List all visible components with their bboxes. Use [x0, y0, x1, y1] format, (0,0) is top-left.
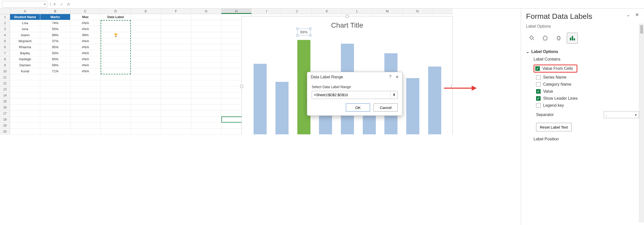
- col-header[interactable]: K: [312, 9, 342, 14]
- cell-student[interactable]: Damien: [10, 62, 40, 68]
- row-header[interactable]: 18: [0, 117, 10, 123]
- cell[interactable]: [131, 62, 161, 68]
- header-cell[interactable]: Student Name: [10, 14, 40, 20]
- cell-marks[interactable]: 55%: [40, 26, 70, 32]
- cell[interactable]: [10, 92, 40, 98]
- row-header[interactable]: 13: [0, 86, 10, 92]
- cell-label[interactable]: [101, 68, 131, 74]
- cell[interactable]: [40, 74, 70, 80]
- cell[interactable]: [131, 68, 161, 74]
- cell-marks[interactable]: 95%: [40, 44, 70, 50]
- cell[interactable]: [161, 74, 191, 80]
- cell[interactable]: [40, 123, 70, 129]
- row-header[interactable]: 17: [0, 110, 10, 117]
- cell-label[interactable]: [101, 20, 131, 26]
- cell[interactable]: [131, 56, 161, 62]
- cell[interactable]: [161, 56, 191, 62]
- cell-student[interactable]: Wojciech: [10, 38, 40, 44]
- selection-handle[interactable]: [309, 28, 311, 30]
- resize-handle[interactable]: [346, 15, 349, 18]
- cell[interactable]: [101, 123, 131, 129]
- cell[interactable]: [131, 38, 161, 44]
- effects-tab[interactable]: [540, 33, 551, 44]
- cell[interactable]: [191, 117, 221, 123]
- selection-handle[interactable]: [309, 34, 311, 36]
- cell[interactable]: [191, 26, 221, 32]
- section-toggle[interactable]: ⌄ Label Options: [526, 49, 639, 54]
- row-header[interactable]: 16: [0, 104, 10, 110]
- col-header[interactable]: N: [403, 9, 433, 14]
- cell[interactable]: [161, 14, 191, 20]
- col-header[interactable]: J: [282, 9, 312, 14]
- chart-bar[interactable]: [428, 67, 441, 134]
- cell[interactable]: [70, 98, 101, 104]
- cell[interactable]: [101, 117, 131, 123]
- cell[interactable]: [70, 129, 101, 135]
- cell-marks[interactable]: 71%: [40, 68, 70, 74]
- panel-subtitle[interactable]: Label Options: [526, 24, 639, 29]
- cell[interactable]: [191, 32, 221, 38]
- col-header[interactable]: M: [372, 9, 403, 14]
- col-header[interactable]: C: [70, 9, 101, 14]
- cell[interactable]: [161, 62, 191, 68]
- cell[interactable]: [131, 104, 161, 110]
- cell[interactable]: [101, 110, 131, 117]
- header-cell[interactable]: Marks: [40, 14, 70, 20]
- cancel-formula-icon[interactable]: ✕: [52, 2, 57, 7]
- cell[interactable]: [161, 32, 191, 38]
- cell[interactable]: [101, 92, 131, 98]
- cell-label[interactable]: [101, 62, 131, 68]
- value-checkbox[interactable]: [536, 89, 541, 94]
- cell-student[interactable]: Bayley: [10, 50, 40, 56]
- cell[interactable]: [191, 123, 221, 129]
- accept-formula-icon[interactable]: ✓: [59, 2, 64, 7]
- cell[interactable]: [70, 104, 101, 110]
- cell-label[interactable]: [101, 26, 131, 32]
- separator-dropdown[interactable]: , ▾: [604, 111, 639, 118]
- cell-max[interactable]: #N/A: [70, 56, 101, 62]
- cell-student[interactable]: Harleigh: [10, 56, 40, 62]
- cell[interactable]: [10, 123, 40, 129]
- row-header[interactable]: 6: [0, 44, 10, 50]
- cell-label[interactable]: [101, 56, 131, 62]
- cell[interactable]: [101, 80, 131, 86]
- chart-bar[interactable]: [406, 78, 419, 134]
- col-header[interactable]: L: [342, 9, 372, 14]
- header-cell[interactable]: Data Label: [101, 14, 131, 20]
- cell[interactable]: [101, 98, 131, 104]
- cell[interactable]: [161, 44, 191, 50]
- help-icon[interactable]: ?: [389, 75, 391, 79]
- cell[interactable]: [131, 32, 161, 38]
- cell[interactable]: [70, 110, 101, 117]
- range-input[interactable]: [312, 93, 390, 97]
- cell-marks[interactable]: 59%: [40, 62, 70, 68]
- cell[interactable]: [131, 14, 161, 20]
- cell[interactable]: [161, 92, 191, 98]
- cell[interactable]: [191, 129, 221, 135]
- cell[interactable]: [161, 50, 191, 56]
- cell[interactable]: [161, 117, 191, 123]
- cell-label[interactable]: [101, 38, 131, 44]
- cell[interactable]: [10, 80, 40, 86]
- row-header[interactable]: 11: [0, 74, 10, 80]
- cell[interactable]: [10, 110, 40, 117]
- close-icon[interactable]: ✕: [635, 12, 639, 18]
- cell[interactable]: [40, 80, 70, 86]
- cell[interactable]: [101, 129, 131, 135]
- cell[interactable]: [131, 117, 161, 123]
- cell[interactable]: [161, 80, 191, 86]
- col-header[interactable]: H: [221, 9, 252, 14]
- category-name-checkbox[interactable]: [536, 82, 541, 87]
- row-header[interactable]: 14: [0, 92, 10, 98]
- chevron-down-icon[interactable]: ⌄: [626, 12, 630, 18]
- cell[interactable]: [70, 86, 101, 92]
- cell-student[interactable]: Iona: [10, 26, 40, 32]
- reset-label-text-button[interactable]: Reset Label Text: [536, 123, 572, 131]
- cell[interactable]: [131, 123, 161, 129]
- series-name-checkbox[interactable]: [536, 75, 541, 80]
- cell[interactable]: [161, 98, 191, 104]
- cell[interactable]: [161, 110, 191, 117]
- cell-max[interactable]: #N/A: [70, 50, 101, 56]
- cell[interactable]: [161, 68, 191, 74]
- cell[interactable]: [40, 92, 70, 98]
